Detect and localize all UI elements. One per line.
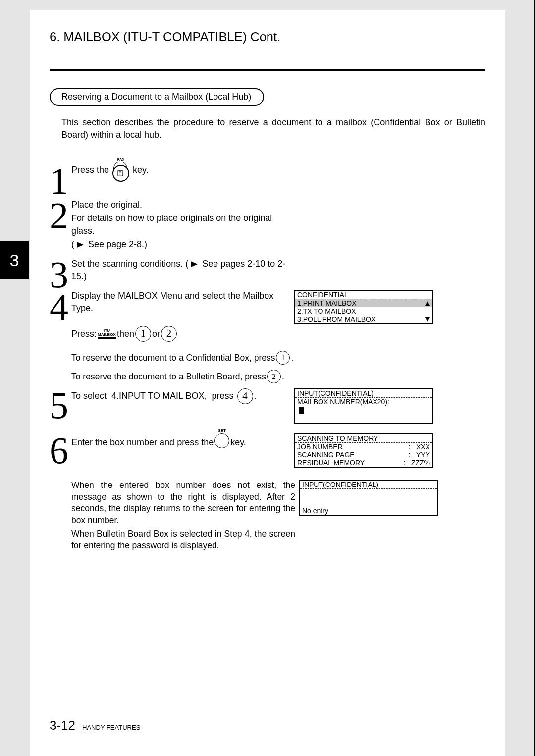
see-arrow-icon [191, 258, 198, 271]
text: ( [71, 239, 77, 249]
display-title: INPUT(CONFIDENTIAL) [302, 481, 378, 488]
value: : ZZZ% [403, 459, 430, 467]
section-pill: Reserving a Document to a Mailbox (Local… [50, 88, 264, 106]
key-2-icon: 2 [267, 370, 281, 383]
display-6: SCANNING TO MEMORY JOB NUMBER : XXX SCAN… [292, 433, 433, 468]
display-title-row: SCANNING TO MEMORY [295, 434, 432, 443]
text: MAILBOX NUMBER(MAX20): [297, 398, 389, 406]
sub-line-2: To reserve the document to a Bulletin Bo… [71, 370, 485, 383]
step-body: Enter the box number and press the SET k… [71, 433, 246, 452]
cursor-icon [299, 407, 304, 414]
step-number: 4 [50, 294, 71, 320]
step-4-row: 4 Display the MAILBOX Menu and select th… [50, 290, 485, 324]
display-empty [300, 489, 437, 498]
text: To select [71, 390, 107, 403]
display-line-3: 3.POLL FROM MAILBOX [295, 315, 432, 323]
label: RESIDUAL MEMORY [297, 459, 365, 467]
key-4-icon: 4 [237, 388, 253, 404]
text: Press: [71, 327, 97, 341]
step-number: 6 [50, 437, 71, 464]
step-number: 2 [50, 203, 71, 229]
step-1: 1 Press the FAX key. [50, 164, 485, 190]
step-body: To select 4.INPUT TO MAIL BOX, press 4 . [71, 388, 257, 404]
steps: 1 Press the FAX key. [50, 164, 485, 551]
chapter-tab: 3 [0, 241, 29, 279]
lcd-display: INPUT(CONFIDENTIAL) No entry [299, 480, 438, 516]
fax-key-arc [113, 162, 127, 169]
step-4-keys: Press: ITU MAILBOX then 1 or 2 To reserv… [71, 326, 485, 383]
mb-key-mid: MAILBOX [98, 333, 116, 339]
sub-line-1: To reserve the document to a Confidentia… [71, 351, 485, 365]
fax-key-icon: FAX [112, 165, 129, 182]
text: No entry [302, 507, 328, 515]
up-arrow-icon [425, 299, 430, 307]
text: . [254, 390, 257, 403]
text: To reserve the document to a Confidentia… [71, 351, 275, 365]
display-title: INPUT(CONFIDENTIAL) [297, 389, 374, 397]
set-key-circle [214, 433, 229, 448]
text: When Bulletin Board Box is selected in S… [71, 529, 295, 550]
text: ( See page 2-8.) [71, 238, 295, 252]
text: press [212, 390, 233, 403]
display-title: CONFIDENTIAL [297, 291, 348, 299]
mailbox-key-icon: ITU MAILBOX [98, 329, 116, 339]
text: 1.PRINT MAILBOX [297, 299, 357, 307]
press-line: Press: ITU MAILBOX then 1 or 2 [71, 326, 485, 342]
display-empty [300, 498, 437, 507]
lcd-display: SCANNING TO MEMORY JOB NUMBER : XXX SCAN… [294, 433, 433, 468]
display-title-row: INPUT(CONFIDENTIAL) [300, 481, 437, 489]
step-3: 3 Set the scanning conditions. ( See pag… [50, 258, 485, 284]
lcd-display: INPUT(CONFIDENTIAL) MAILBOX NUMBER(MAX20… [294, 388, 433, 424]
label: JOB NUMBER [297, 443, 343, 451]
text: Display the MAILBOX Menu and select the … [71, 290, 292, 315]
step-6: 6 Enter the box number and press the SET… [50, 433, 292, 460]
text: 3.POLL FROM MAILBOX [297, 315, 375, 323]
text: See page 2-8.) [88, 239, 147, 249]
note-1: When the entered box number does not exi… [71, 480, 299, 552]
step-4: 4 Display the MAILBOX Menu and select th… [50, 290, 292, 316]
display-line-2: No entry [300, 507, 437, 515]
text: key. [230, 436, 246, 449]
set-key-label: SET [218, 428, 226, 433]
text: key. [133, 165, 149, 175]
fax-phone-icon [116, 169, 125, 178]
text: 4.INPUT TO MAIL BOX, [111, 390, 207, 403]
body: Reserving a Document to a Mailbox (Local… [30, 49, 505, 572]
step-5: 5 To select 4.INPUT TO MAIL BOX, press 4… [50, 388, 292, 415]
text: or [152, 327, 160, 341]
step-number: 1 [50, 168, 71, 194]
display-line-2: 2.TX TO MAILBOX [295, 307, 432, 315]
page-title: 6. MAILBOX (ITU-T COMPATIBLE) Cont. [30, 10, 505, 49]
text: For details on how to place originals on… [71, 212, 295, 237]
step-number: 5 [50, 392, 71, 419]
step-number: 3 [50, 262, 71, 288]
display-error: INPUT(CONFIDENTIAL) No entry [299, 480, 438, 516]
display-row-3: RESIDUAL MEMORY : ZZZ% [295, 459, 432, 467]
label: SCANNING PAGE [297, 451, 355, 459]
display-title-row: INPUT(CONFIDENTIAL) [295, 389, 432, 398]
text: then [117, 327, 134, 341]
display-title-row: CONFIDENTIAL [295, 291, 432, 299]
lcd-display: CONFIDENTIAL 1.PRINT MAILBOX 2.TX TO MAI… [294, 290, 433, 324]
display-line-1: MAILBOX NUMBER(MAX20): [295, 398, 432, 406]
display-empty [295, 415, 432, 423]
page: 3 6. MAILBOX (ITU-T COMPATIBLE) Cont. Re… [0, 0, 535, 756]
display-line-1: 1.PRINT MAILBOX [295, 299, 432, 307]
down-arrow-icon [425, 315, 430, 323]
text: Enter the box number and press the [71, 436, 214, 449]
key-1-icon: 1 [135, 326, 151, 342]
section-name: HANDY FEATURES [82, 724, 140, 731]
text: When the entered box number does not exi… [71, 480, 295, 525]
display-row-1: JOB NUMBER : XXX [295, 443, 432, 451]
display-cursor-row [295, 406, 432, 415]
step-2: 2 Place the original. For details on how… [50, 199, 485, 252]
key-2-icon: 2 [161, 326, 177, 342]
display-row-2: SCANNING PAGE : YYY [295, 451, 432, 459]
step-body: Set the scanning conditions. ( See pages… [71, 258, 295, 283]
content-area: 6. MAILBOX (ITU-T COMPATIBLE) Cont. Rese… [30, 10, 505, 756]
key-1-icon: 1 [276, 351, 290, 365]
intro-text: This section describes the procedure to … [61, 116, 485, 141]
rule [50, 69, 485, 71]
text: 2.TX TO MAILBOX [297, 307, 356, 315]
step-body: Display the MAILBOX Menu and select the … [71, 290, 292, 315]
